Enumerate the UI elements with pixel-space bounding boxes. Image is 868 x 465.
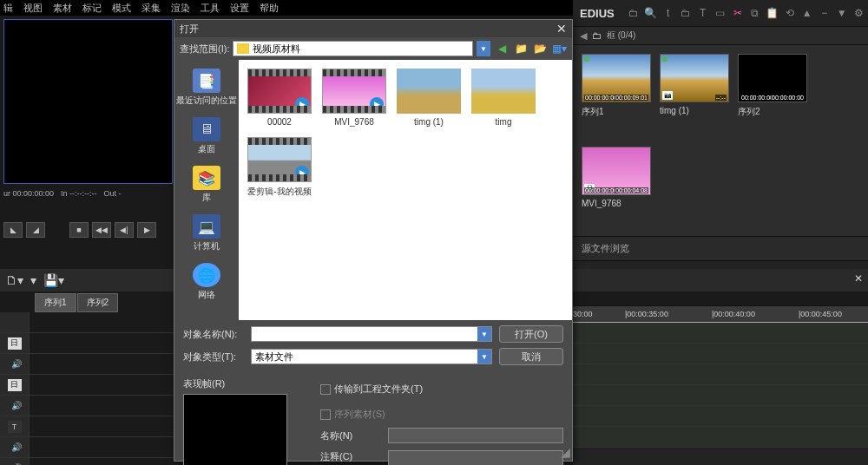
folder-icon[interactable]: 🗀 — [627, 6, 641, 20]
track-lane[interactable] — [573, 427, 868, 448]
copy-icon[interactable]: ⧉ — [748, 6, 762, 20]
note-input[interactable] — [388, 450, 563, 465]
menu-view[interactable]: 视图 — [23, 2, 43, 15]
undo-icon[interactable]: ⟲ — [783, 6, 797, 20]
track-lane[interactable] — [573, 364, 868, 385]
menu-settings[interactable]: 设置 — [230, 2, 249, 15]
menu-render[interactable]: 渲染 — [171, 2, 190, 15]
mark-out-button[interactable]: ◢ — [26, 222, 45, 238]
chevron-left-icon[interactable]: ◀ — [580, 30, 587, 42]
bin-item[interactable]: 00:00:00:0000:00:00:00 序列2 — [738, 54, 807, 138]
new-icon[interactable]: 🗋▾ — [5, 273, 23, 287]
speaker-icon[interactable]: 🔊 — [11, 359, 22, 369]
track-v-badge[interactable]: 日 — [8, 337, 22, 350]
track-lane[interactable] — [573, 406, 868, 427]
name-input[interactable] — [388, 428, 563, 443]
timeline-toolbar: 🗋▾ ▾ 💾▾ — [0, 269, 174, 291]
resize-grip-icon[interactable]: ◢ — [561, 445, 570, 459]
track-lane[interactable] — [573, 323, 868, 344]
menu-mode[interactable]: 模式 — [112, 2, 131, 15]
tc-current: ur 00:00:00:00 — [3, 189, 54, 198]
path-combo[interactable]: 视频原材料 — [233, 41, 473, 56]
bin-item[interactable]: 📷--:-- timg (1) — [660, 54, 729, 138]
new-folder-icon[interactable]: 📂 — [532, 42, 548, 56]
timeline-ruler[interactable]: 30:00 |00:00:35:00 |00:00:40:00 |00:00:4… — [573, 305, 868, 323]
speaker-icon[interactable]: 🔊 — [11, 442, 22, 452]
viewer-screen[interactable] — [3, 19, 173, 184]
rewind-button[interactable]: ◀◀ — [92, 222, 111, 238]
file-item[interactable]: ▶00002 — [247, 69, 312, 127]
menu-clip[interactable]: 素材 — [53, 2, 72, 15]
tab-sequence1[interactable]: 序列1 — [35, 293, 76, 312]
track-v-badge[interactable]: 日 — [8, 379, 22, 391]
menu-capture[interactable]: 采集 — [141, 2, 161, 15]
save-icon[interactable]: 💾▾ — [43, 273, 64, 287]
sidebar-network[interactable]: 🌐网络 — [174, 258, 239, 306]
sidebar-library[interactable]: 📚库 — [174, 160, 239, 209]
object-type-select[interactable]: 素材文件▼ — [251, 349, 492, 364]
timeline-ruler-area: ✕ 30:00 |00:00:35:00 |00:00:40:00 |00:00… — [573, 269, 868, 448]
bin-item[interactable]: 日00:00:00:0000:00:04:08 MVI_9768 — [582, 147, 651, 228]
cut-icon[interactable]: ✂ — [731, 6, 745, 20]
close-icon[interactable]: ✕ — [854, 272, 863, 285]
file-item[interactable]: timg — [471, 69, 536, 127]
name-label: 名称(N) — [320, 429, 381, 442]
file-item[interactable]: timg (1) — [397, 69, 461, 127]
search-icon[interactable]: 🔍 — [644, 6, 658, 20]
mark-in-button[interactable]: ◣ — [3, 222, 23, 238]
tc-in: In --:--:--:-- — [61, 189, 96, 198]
tab-sequence2[interactable]: 序列2 — [77, 293, 119, 312]
transfer-checkbox[interactable] — [320, 384, 331, 395]
minus-icon[interactable]: − — [818, 6, 832, 20]
track-t-badge[interactable]: T — [8, 421, 22, 433]
chevron-down-icon[interactable]: ▼ — [477, 327, 491, 341]
chevron-down-icon[interactable]: ▼ — [477, 41, 490, 56]
stop-button[interactable]: ■ — [69, 222, 89, 238]
transfer-label: 传输到工程文件夹(T) — [334, 383, 423, 396]
tc-out: Out - — [104, 189, 122, 198]
close-icon[interactable]: ✕ — [556, 22, 567, 36]
open-button[interactable]: 打开(O) — [499, 325, 563, 343]
object-name-input[interactable]: ▼ — [251, 326, 492, 342]
file-list[interactable]: ▶00002 ▶MVI_9768 timg (1) timg ▶爱剪辑-我的视频 — [239, 60, 572, 320]
lookup-label: 查找范围(I): — [180, 43, 229, 56]
menu-edit[interactable]: 辑 — [3, 2, 13, 15]
bin-item[interactable]: 00:00:00:0000:00:09:01 序列1 — [582, 54, 651, 138]
tag-icon[interactable]: t — [661, 6, 675, 20]
view-icon[interactable]: ▦▾ — [551, 42, 567, 56]
menu-marker[interactable]: 标记 — [82, 2, 102, 15]
bottom-icon[interactable]: ▼ — [835, 6, 849, 20]
edius-title: EDIUS — [580, 7, 615, 20]
bin-path: 框 (0/4) — [607, 29, 635, 42]
sidebar-desktop[interactable]: 🖥桌面 — [174, 112, 239, 160]
note-label: 注释(C) — [320, 450, 381, 463]
track-lane — [573, 344, 868, 364]
file-item[interactable]: ▶爱剪辑-我的视频 — [247, 137, 312, 198]
paste-icon[interactable]: 📋 — [766, 6, 779, 20]
title-icon[interactable]: ▭ — [713, 6, 727, 20]
file-item[interactable]: ▶MVI_9768 — [322, 69, 386, 127]
track-lane[interactable] — [573, 385, 868, 406]
places-sidebar: 📑最近访问的位置 🖥桌面 📚库 💻计算机 🌐网络 — [174, 60, 239, 320]
back-icon[interactable]: ◀ — [494, 42, 510, 56]
folder-small-icon: 🗀 — [592, 30, 602, 41]
text-icon[interactable]: T — [696, 6, 710, 20]
menu-help[interactable]: 帮助 — [260, 2, 279, 15]
video-badge-icon: ▶ — [295, 97, 309, 111]
prev-frame-button[interactable]: ◀| — [115, 222, 134, 238]
chevron-down-icon[interactable]: ▼ — [477, 350, 491, 363]
source-browse-label[interactable]: 源文件浏览 — [573, 236, 868, 261]
speaker-icon[interactable]: 🔊 — [11, 401, 22, 410]
open-icon[interactable]: ▾ — [30, 273, 36, 287]
gear-icon[interactable]: ⚙ — [852, 6, 866, 20]
top-icon[interactable]: ▲ — [800, 6, 814, 20]
sidebar-computer[interactable]: 💻计算机 — [174, 209, 239, 258]
player-panel: ur 00:00:00:00 In --:--:--:-- Out - ◣ ◢ … — [0, 16, 174, 232]
sidebar-recent[interactable]: 📑最近访问的位置 — [174, 63, 239, 112]
menu-tools[interactable]: 工具 — [201, 2, 220, 15]
up-icon[interactable]: 📁 — [513, 42, 529, 56]
cancel-button[interactable]: 取消 — [499, 348, 563, 365]
play-button[interactable]: ▶ — [137, 222, 156, 238]
folder2-icon[interactable]: 🗀 — [679, 6, 693, 20]
bin-area: 00:00:00:0000:00:09:01 序列1 📷--:-- timg (… — [573, 45, 868, 236]
